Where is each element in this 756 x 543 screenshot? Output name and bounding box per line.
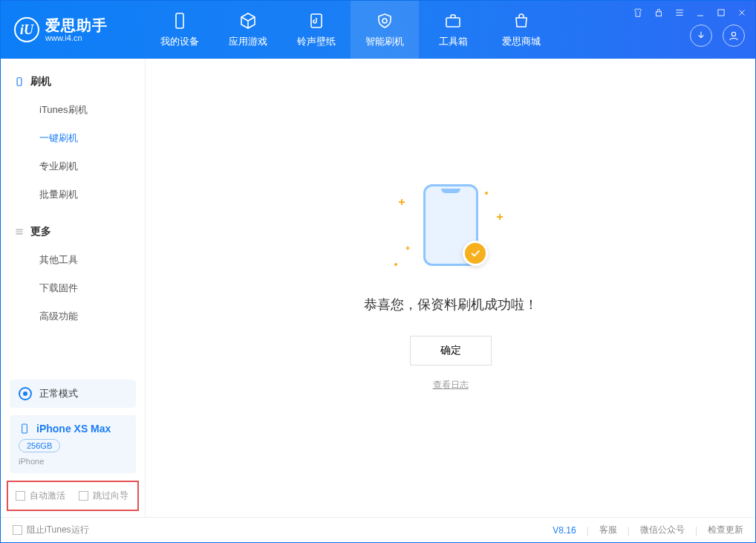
device-status[interactable]: 正常模式 (10, 380, 136, 408)
check-update-link[interactable]: 检查更新 (708, 524, 743, 536)
sparkle-icon (497, 214, 503, 220)
logo: iU 爱思助手 www.i4.cn (1, 17, 146, 42)
nav: 刷机 iTunes刷机 一键刷机 专业刷机 批量刷机 更多 其他工具 下载固件 … (1, 59, 145, 380)
nav-item-other-tools[interactable]: 其他工具 (1, 246, 145, 274)
logo-icon: iU (14, 17, 39, 42)
separator: | (587, 525, 589, 536)
device-card[interactable]: iPhone XS Max 256GB iPhone (10, 415, 136, 473)
footer: 阻止iTunes运行 V8.16 | 客服 | 微信公众号 | 检查更新 (1, 517, 755, 542)
tab-flash[interactable]: 智能刷机 (351, 1, 419, 59)
device-panel: 正常模式 iPhone XS Max 256GB iPhone (1, 380, 145, 481)
checkbox-label: 跳过向导 (93, 490, 128, 502)
shirt-icon[interactable] (632, 7, 644, 19)
tab-my-device[interactable]: 我的设备 (146, 1, 214, 59)
sidebar: 刷机 iTunes刷机 一键刷机 专业刷机 批量刷机 更多 其他工具 下载固件 … (1, 59, 146, 517)
checkbox-auto-activate[interactable]: 自动激活 (16, 490, 65, 502)
briefcase-icon (443, 11, 463, 30)
app-window: iU 爱思助手 www.i4.cn 我的设备 应用游戏 铃声壁纸 智能刷机 工具… (0, 0, 756, 543)
cube-icon (238, 11, 258, 30)
sparkle-icon (405, 246, 410, 250)
checkbox-icon (79, 491, 88, 501)
svg-rect-0 (176, 13, 183, 28)
svg-rect-7 (22, 424, 27, 433)
titlebar-controls (632, 7, 748, 19)
nav-group-more: 更多 (1, 218, 145, 246)
nav-item-oneclick-flash[interactable]: 一键刷机 (1, 124, 145, 152)
checkbox-skip-guide[interactable]: 跳过向导 (79, 490, 128, 502)
separator: | (628, 525, 630, 536)
sparkle-icon (399, 199, 405, 205)
nav-group-flash: 刷机 (1, 68, 145, 96)
highlighted-options: 自动激活 跳过向导 (7, 481, 139, 511)
support-link[interactable]: 客服 (599, 524, 617, 536)
list-icon (14, 227, 25, 237)
status-dot-icon (19, 387, 32, 400)
storage-badge: 256GB (19, 439, 60, 452)
nav-item-itunes-flash[interactable]: iTunes刷机 (1, 96, 145, 124)
nav-item-download-firmware[interactable]: 下载固件 (1, 274, 145, 302)
ok-button[interactable]: 确定 (410, 336, 492, 365)
checkbox-icon (16, 491, 25, 501)
success-message: 恭喜您，保资料刷机成功啦！ (364, 296, 538, 313)
refresh-shield-icon (375, 11, 394, 30)
phone-small-icon (19, 423, 30, 435)
svg-rect-3 (656, 12, 662, 16)
brand-url: www.i4.cn (45, 33, 108, 42)
download-button[interactable] (690, 25, 712, 47)
body: 刷机 iTunes刷机 一键刷机 专业刷机 批量刷机 更多 其他工具 下载固件 … (1, 59, 755, 517)
dot-icon (394, 263, 397, 266)
tab-label: 工具箱 (439, 35, 468, 48)
brand-name: 爱思助手 (45, 17, 108, 33)
footer-right: V8.16 | 客服 | 微信公众号 | 检查更新 (553, 524, 743, 536)
svg-rect-6 (17, 78, 22, 86)
main-content: 恭喜您，保资料刷机成功啦！ 确定 查看日志 (146, 59, 755, 517)
close-icon[interactable] (736, 7, 748, 19)
menu-icon[interactable] (674, 7, 685, 19)
music-file-icon (307, 11, 326, 30)
success-illustration (391, 184, 510, 273)
nav-group-label: 更多 (30, 225, 51, 238)
tab-label: 应用游戏 (229, 35, 267, 48)
nav-item-advanced[interactable]: 高级功能 (1, 302, 145, 331)
header-actions (690, 25, 745, 47)
nav-item-pro-flash[interactable]: 专业刷机 (1, 152, 145, 181)
separator: | (695, 525, 697, 536)
tab-label: 我的设备 (160, 35, 199, 48)
svg-point-5 (731, 32, 735, 36)
view-log-link[interactable]: 查看日志 (433, 379, 469, 391)
checkbox-label: 自动激活 (30, 490, 65, 502)
tab-toolbox[interactable]: 工具箱 (419, 1, 487, 59)
tab-label: 爱思商城 (502, 35, 541, 48)
status-label: 正常模式 (39, 387, 78, 400)
checkmark-badge-icon (463, 241, 488, 266)
tab-apps-games[interactable]: 应用游戏 (214, 1, 282, 59)
nav-group-label: 刷机 (30, 75, 51, 88)
tab-store[interactable]: 爱思商城 (487, 1, 555, 59)
dot-icon (485, 192, 488, 195)
phone-icon (14, 77, 25, 87)
checkbox-block-itunes[interactable]: 阻止iTunes运行 (13, 524, 89, 536)
account-button[interactable] (723, 25, 745, 47)
main-tabs: 我的设备 应用游戏 铃声壁纸 智能刷机 工具箱 爱思商城 (146, 1, 555, 59)
device-name: iPhone XS Max (36, 423, 111, 435)
device-icon (170, 11, 189, 30)
version-label: V8.16 (553, 525, 576, 536)
checkbox-label: 阻止iTunes运行 (27, 524, 89, 536)
tab-label: 智能刷机 (365, 35, 404, 48)
header: iU 爱思助手 www.i4.cn 我的设备 应用游戏 铃声壁纸 智能刷机 工具… (1, 1, 755, 59)
minimize-icon[interactable] (694, 7, 706, 19)
lock-icon[interactable] (653, 7, 665, 19)
device-type: iPhone (19, 457, 127, 466)
wechat-link[interactable]: 微信公众号 (640, 524, 685, 536)
tab-ringtones[interactable]: 铃声壁纸 (282, 1, 351, 59)
maximize-icon[interactable] (715, 7, 727, 19)
checkbox-icon (13, 525, 22, 535)
bag-icon (512, 11, 531, 30)
svg-rect-4 (718, 10, 724, 16)
nav-item-batch-flash[interactable]: 批量刷机 (1, 181, 145, 209)
svg-rect-2 (446, 18, 460, 27)
tab-label: 铃声壁纸 (297, 35, 336, 48)
